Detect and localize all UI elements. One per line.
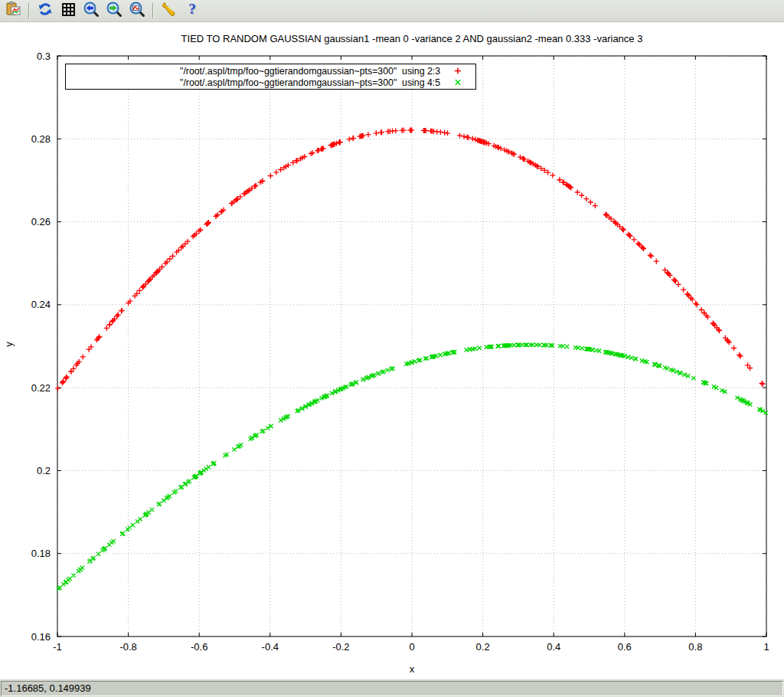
replot-button[interactable] [34, 0, 56, 21]
x-tick-label: 0 [409, 641, 414, 653]
x-tick-label: 1 [763, 641, 769, 653]
x-tick-label: -0.8 [119, 641, 136, 653]
x-tick-label: -1 [53, 641, 62, 653]
chart-title: TIED TO RANDOM GAUSSIAN gaussian1 -mean … [57, 33, 766, 44]
help-icon: ? ? [184, 1, 201, 21]
x-tick-label: 0.8 [688, 641, 702, 653]
legend-entry-label: "/root/.aspl/tmp/foo~ggtierandomgaussian… [180, 77, 440, 88]
zoom-next-button[interactable] [103, 0, 125, 21]
legend-entry-1: "/root/.aspl/tmp/foo~ggtierandomgaussian… [66, 77, 475, 88]
x-axis-label: x [57, 663, 766, 675]
x-tick-label: 0.2 [476, 641, 490, 653]
svg-text:?: ? [188, 1, 196, 17]
autoscale-button[interactable] [126, 0, 148, 21]
mouse-coordinates: -1.16685, 0.149939 [1, 681, 783, 696]
configure-button[interactable] [158, 0, 180, 21]
y-tick-label: 0.16 [31, 631, 51, 643]
toolbar-separator [28, 3, 30, 18]
toggle-grid-button[interactable] [57, 0, 79, 21]
x-tick-label: 0.4 [547, 641, 560, 653]
y-tick-label: 0.18 [31, 548, 51, 559]
zoom-next-icon [106, 1, 122, 21]
replot-icon [37, 1, 54, 21]
y-tick-label: 0.28 [31, 133, 51, 145]
toolbar: ? ? [0, 0, 784, 22]
zoom-previous-button[interactable] [80, 0, 102, 21]
legend-entry-0: "/root/.aspl/tmp/foo~ggtierandomgaussian… [66, 65, 475, 77]
copy-plot-button[interactable] [2, 0, 24, 21]
help-button[interactable]: ? ? [181, 0, 203, 21]
x-tick-label: -0.2 [332, 641, 349, 653]
legend-entry-label: "/root/.aspl/tmp/foo~ggtierandomgaussian… [180, 66, 440, 77]
series-0-points [55, 127, 766, 391]
zoom-previous-icon [83, 1, 100, 21]
toolbar-separator [152, 3, 154, 18]
grid-icon [60, 1, 77, 21]
copy-plot-icon [5, 1, 21, 21]
y-axis-label: y [3, 336, 15, 353]
x-tick-label: -0.6 [191, 641, 207, 653]
y-tick-label: 0.26 [31, 216, 51, 227]
wrench-icon [161, 1, 178, 21]
statusbar: -1.16685, 0.149939 [0, 679, 784, 697]
y-tick-label: 0.22 [31, 382, 51, 394]
plus-marker-icon [440, 65, 475, 77]
x-tick-label: -0.4 [262, 641, 279, 653]
cross-marker-icon [440, 77, 475, 88]
autoscale-icon [129, 1, 145, 21]
x-tick-label: 0.6 [618, 641, 632, 653]
y-tick-label: 0.2 [37, 465, 51, 476]
legend-box: "/root/.aspl/tmp/foo~ggtierandomgaussian… [65, 64, 476, 90]
y-tick-label: 0.3 [37, 51, 51, 62]
plot-area[interactable]: -1-0.8-0.6-0.4-0.200.20.40.60.810.160.18… [0, 0, 784, 697]
y-tick-label: 0.24 [31, 299, 51, 310]
